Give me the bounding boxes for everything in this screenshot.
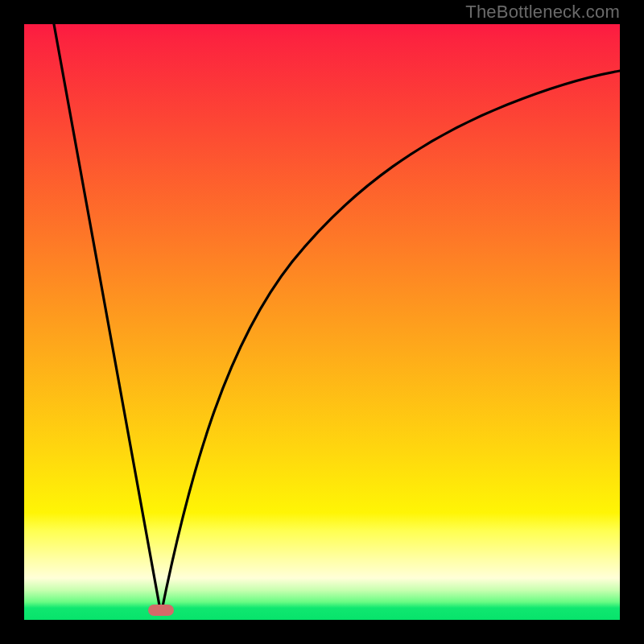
curve-left-branch [54,24,161,614]
attribution-text: TheBottleneck.com [465,2,620,23]
plot-area [24,24,620,620]
bottleneck-curve [24,24,620,620]
curve-right-branch [161,71,620,614]
optimum-marker [148,605,174,616]
chart-frame: TheBottleneck.com [0,0,644,644]
